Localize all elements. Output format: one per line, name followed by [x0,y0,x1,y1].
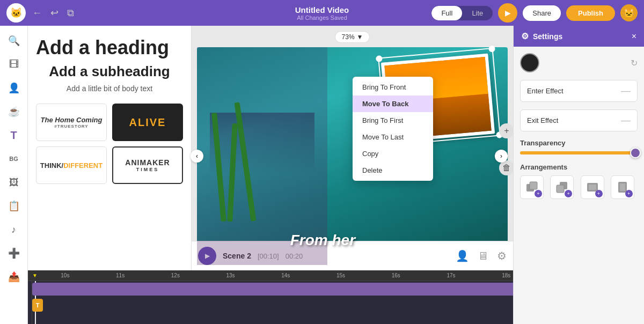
lite-view-button[interactable]: Lite [462,6,493,20]
zoom-dropdown-icon: ▼ [357,33,363,41]
sidebar-item-search[interactable]: 🔍 [4,31,24,50]
context-menu-delete[interactable]: Delete [353,162,433,179]
panel-body-text: Add a little bit of body text [36,84,183,93]
transparency-thumb[interactable] [630,148,641,158]
animaker-sub: TIMES [136,167,159,172]
tick-17s: 17s [423,273,479,278]
arrangement-2[interactable]: + [550,175,574,199]
settings-close-button[interactable]: × [632,32,636,41]
publish-button[interactable]: Publish [566,5,615,21]
template-alive[interactable]: ALIVE [112,104,183,141]
enter-effect-label: Enter Effect [527,87,564,95]
refresh-button[interactable]: ↻ [631,58,638,68]
arrangements-grid: + + + + [520,175,638,199]
gear-icon: ⚙ [521,31,529,41]
settings-header: ⚙ Settings × [514,26,644,47]
homecoming-title: The Home Coming [41,116,103,124]
context-menu: Bring To Front Move To Back Bring To Fir… [353,77,433,181]
homecoming-sub: #TRUESTORY [54,124,88,129]
template-animaker[interactable]: ANIMAKER TIMES [112,146,183,184]
enter-effect-dash-icon: — [621,85,631,97]
exit-effect-button[interactable]: Exit Effect — [520,109,638,131]
tick-12s: 12s [148,273,203,278]
panel-heading: Add a heading [36,36,183,59]
canvas-next-arrow[interactable]: › [495,150,508,163]
playhead-marker: ▼ [32,273,38,278]
arrangement-badge-3: + [595,190,603,197]
context-menu-move-to-last[interactable]: Move To Last [353,129,433,145]
sidebar-item-export[interactable]: 📤 [4,267,24,286]
arrangements-section-title: Arrangements [520,163,638,171]
arrangement-badge-4: + [625,190,633,197]
play-button-top[interactable]: ▶ [498,3,517,23]
context-menu-move-to-back[interactable]: Move To Back [353,95,433,112]
tick-13s: 13s [203,273,258,278]
canvas-prev-arrow[interactable]: ‹ [191,150,203,163]
full-view-button[interactable]: Full [431,6,462,20]
exit-effect-label: Exit Effect [527,116,558,124]
tick-15s: 15s [313,273,369,278]
color-row: ↻ [520,53,638,72]
user-avatar[interactable]: 🐱 [620,4,638,21]
canvas-area: 73% ▼ From her Bring To Fron [192,26,513,270]
context-menu-copy[interactable]: Copy [353,145,433,162]
context-menu-bring-to-front[interactable]: Bring To Front [353,79,433,95]
exit-effect-dash-icon: — [621,115,631,126]
scene-display-icon[interactable]: 🖥 [478,249,488,262]
template-think[interactable]: THINK/DIFFERENT [36,146,107,184]
think-text: THINK/DIFFERENT [40,161,103,170]
sidebar-item-add[interactable]: ➕ [4,244,24,263]
settings-title: Settings [533,32,562,41]
zoom-value: 73% [342,33,355,41]
transparency-fill [520,151,632,154]
sidebar-item-characters[interactable]: 👤 [4,78,24,98]
tick-10s: 10s [38,273,93,278]
topbar: 🐱 ← ↩ ⧉ Untitled Video All Changes Saved… [0,0,644,26]
svg-rect-8 [620,183,625,191]
app-logo[interactable]: 🐱 [6,3,26,23]
topbar-center: Untitled Video All Changes Saved [295,5,349,21]
scene-avatar-icon[interactable]: 👤 [456,249,469,262]
svg-rect-4 [557,185,564,193]
copy-button[interactable]: ⧉ [65,5,76,21]
arrangement-1[interactable]: + [520,175,544,199]
sidebar-item-bg[interactable]: BG [4,149,24,168]
timeline-clip-text[interactable]: T [32,299,43,312]
handle-top-left[interactable] [376,55,383,62]
sidebar-item-text[interactable]: T [4,126,24,145]
tick-14s: 14s [258,273,313,278]
scene-settings-icon[interactable]: ⚙ [497,249,507,262]
context-menu-bring-to-first[interactable]: Bring To First [353,112,433,129]
arrangement-3[interactable]: + [581,175,604,199]
sidebar-item-templates[interactable]: 📋 [4,196,24,216]
color-picker[interactable] [520,53,539,72]
content-panel: Add a heading Add a subheading Add a lit… [28,26,192,270]
topbar-left: 🐱 ← ↩ ⧉ [6,3,76,23]
settings-body: ↻ Enter Effect — Exit Effect — Transpare… [514,47,644,205]
left-sidebar: 🔍 🎞 👤 ☕ T BG 🖼 📋 ♪ ➕ 📤 [0,26,28,324]
enter-effect-button[interactable]: Enter Effect — [520,80,638,102]
sidebar-item-media[interactable]: 🎞 [4,55,24,74]
zoom-indicator[interactable]: 73% ▼ [335,31,370,43]
animaker-title: ANIMAKER [125,158,170,167]
canvas-wrapper: From her Bring To Front Move To Back Bri… [197,47,508,265]
exit-effect-row: Exit Effect — [520,109,638,131]
arrangement-badge-1: + [535,190,542,197]
alive-text: ALIVE [129,116,166,129]
canvas-overlay-text[interactable]: From her [290,232,355,249]
save-status: All Changes Saved [297,14,347,21]
template-homecoming[interactable]: The Home Coming #TRUESTORY [36,104,107,141]
share-button[interactable]: Share [523,5,561,21]
topbar-controls: Full Lite ▶ Share Publish 🐱 [421,3,638,23]
arrangement-4[interactable]: + [611,175,634,199]
sidebar-item-images[interactable]: 🖼 [4,173,24,192]
arrangement-badge-2: + [565,190,572,197]
canvas-delete-button[interactable]: 🗑 [499,160,514,175]
sidebar-item-props[interactable]: ☕ [4,102,24,121]
canvas-add-button[interactable]: + [499,123,514,138]
undo-button[interactable]: ← [30,5,44,21]
redo-button[interactable]: ↩ [48,5,61,21]
transparency-section-title: Transparency [520,139,638,147]
transparency-slider[interactable] [520,151,638,154]
sidebar-item-music[interactable]: ♪ [4,220,24,239]
